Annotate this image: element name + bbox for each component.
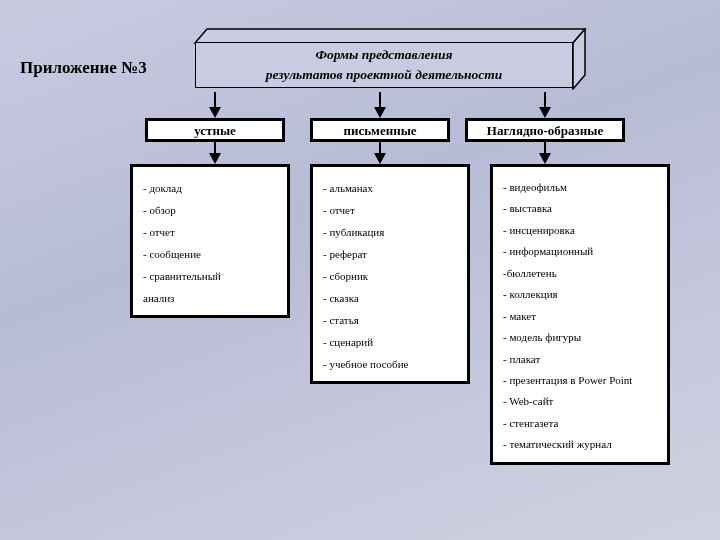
list-item: - реферат [323,243,457,265]
list-item: - коллекция [503,284,657,305]
list-item: - сравнительный [143,265,277,287]
list-item: - отчет [323,199,457,221]
list-item: - сообщение [143,243,277,265]
list-item: - плакат [503,349,657,370]
list-item: - Web-сайт [503,391,657,412]
list-item: - видеофильм [503,177,657,198]
svg-marker-0 [195,29,585,43]
list-written: - альманах- отчет- публикация- реферат- … [310,164,470,384]
arrow-down-icon [374,107,386,118]
arrow-down-icon [374,153,386,164]
main-title: Формы представления результатов проектно… [195,42,573,88]
list-item: -бюллетень [503,263,657,284]
list-item: - выставка [503,198,657,219]
list-item: - макет [503,306,657,327]
list-item: - сборник [323,265,457,287]
category-oral: устные [145,118,285,142]
connector [379,92,381,108]
list-item: - тематический журнал [503,434,657,455]
main-block: Формы представления результатов проектно… [195,28,585,88]
list-item: - публикация [323,221,457,243]
list-visual: - видеофильм- выставка- инсценировка- ин… [490,164,670,465]
list-item: - обзор [143,199,277,221]
list-item: - сценарий [323,331,457,353]
arrow-down-icon [209,153,221,164]
connector [214,92,216,108]
category-written: письменные [310,118,450,142]
svg-marker-1 [573,29,585,89]
list-item: - инсценировка [503,220,657,241]
arrow-down-icon [539,107,551,118]
list-item: - статья [323,309,457,331]
list-item: - доклад [143,177,277,199]
list-oral: - доклад- обзор- отчет- сообщение- сравн… [130,164,290,318]
arrow-down-icon [539,153,551,164]
list-item: - отчет [143,221,277,243]
main-title-line2: результатов проектной деятельности [266,65,502,85]
list-item: анализ [143,287,277,309]
list-item: - модель фигуры [503,327,657,348]
list-item: - учебное пособие [323,353,457,375]
list-item: - презентация в Power Point [503,370,657,391]
list-item: - стенгазета [503,413,657,434]
list-item: - альманах [323,177,457,199]
arrow-down-icon [209,107,221,118]
main-title-line1: Формы представления [315,45,452,65]
connector [544,92,546,108]
page-title: Приложение №3 [20,58,147,78]
list-item: - информационный [503,241,657,262]
list-item: - сказка [323,287,457,309]
category-visual: Наглядно-образные [465,118,625,142]
